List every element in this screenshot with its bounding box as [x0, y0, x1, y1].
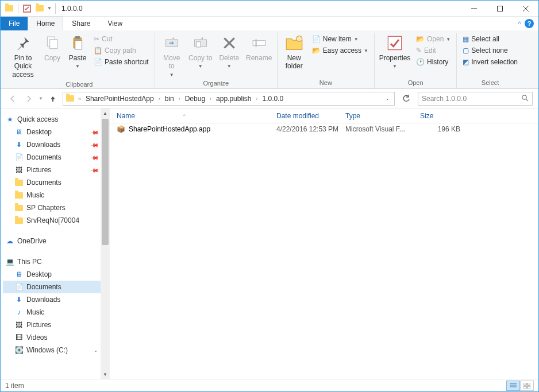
back-button[interactable] — [6, 92, 19, 105]
recent-locations-icon[interactable]: ▼ — [38, 96, 43, 101]
properties-qat-icon[interactable] — [22, 3, 32, 14]
file-type: Microsoft Visual F... — [345, 125, 420, 133]
tab-share[interactable]: Share — [63, 17, 99, 30]
tree-onedrive[interactable]: ☁ OneDrive — [3, 235, 101, 247]
tree-item-downloads[interactable]: ⬇Downloads📌 — [3, 138, 101, 151]
maximize-button[interactable] — [487, 1, 513, 17]
refresh-button[interactable] — [398, 92, 414, 106]
chevron-right-icon[interactable]: › — [178, 96, 182, 102]
chevron-right-icon[interactable]: › — [157, 96, 161, 102]
tree-item-documents[interactable]: 📄Documents📌 — [3, 151, 101, 164]
file-row[interactable]: 📦SharePointHostedApp.app 4/22/2016 12:53… — [110, 123, 538, 135]
tree-item-pc-documents[interactable]: 📄Documents — [3, 281, 101, 293]
tree-item-pc-pictures[interactable]: 🖼Pictures — [3, 319, 101, 331]
app-file-icon: 📦 — [117, 125, 125, 133]
help-icon[interactable]: ? — [525, 19, 534, 28]
tree-this-pc[interactable]: 💻 This PC — [3, 255, 101, 268]
column-type[interactable]: Type — [345, 112, 420, 120]
column-size[interactable]: Size — [420, 112, 466, 120]
tree-item-documents-2[interactable]: Documents — [3, 176, 101, 189]
tree-item-music[interactable]: Music — [3, 189, 101, 201]
new-item-button[interactable]: 📄New item▼ — [310, 34, 371, 44]
properties-button[interactable]: Properties▼ — [378, 33, 411, 71]
crumb-item[interactable]: bin — [163, 95, 176, 103]
tree-item-pictures[interactable]: 🖼Pictures📌 — [3, 164, 101, 176]
scroll-thumb[interactable] — [102, 119, 109, 245]
svg-point-15 — [296, 36, 302, 42]
history-button[interactable]: 🕑History — [414, 57, 453, 67]
tree-item-pc-downloads[interactable]: ⬇Downloads — [3, 293, 101, 306]
address-bar: ▼ « SharePointHostedApp › bin › Debug › … — [1, 89, 538, 108]
new-folder-button[interactable]: New folder — [281, 33, 307, 72]
crumb-item[interactable]: 1.0.0.0 — [260, 95, 286, 103]
tab-view[interactable]: View — [99, 17, 131, 30]
pin-to-quick-access-button[interactable]: Pin to Quick access — [7, 33, 38, 80]
svg-rect-16 — [388, 36, 401, 49]
icons-view-button[interactable] — [520, 381, 534, 391]
qat-dropdown-icon[interactable]: ▼ — [47, 6, 52, 11]
tab-home[interactable]: Home — [28, 17, 63, 30]
tree-item-sp-chapters[interactable]: SP Chapters — [3, 201, 101, 214]
copy-icon — [43, 34, 61, 52]
nav-scrollbar[interactable]: ▲ ▼ — [101, 108, 110, 379]
crumb-item[interactable]: app.publish — [214, 95, 253, 103]
easy-access-button[interactable]: 📂Easy access▼ — [310, 45, 371, 56]
tab-file[interactable]: File — [1, 17, 28, 30]
chevron-right-icon[interactable]: › — [255, 96, 259, 102]
close-button[interactable] — [513, 1, 538, 17]
copy-button[interactable]: Copy — [41, 33, 64, 63]
tree-item-desktop[interactable]: 🖥Desktop📌 — [3, 126, 101, 138]
tree-quick-access[interactable]: ★ Quick access — [3, 113, 101, 126]
file-date: 4/22/2016 12:53 PM — [276, 125, 345, 133]
ribbon-collapse-icon[interactable]: ^ — [518, 20, 521, 28]
file-size: 196 KB — [420, 125, 466, 133]
scroll-down-icon[interactable]: ▼ — [101, 370, 110, 379]
videos-icon: 🎞 — [14, 333, 24, 342]
open-icon: 📂 — [416, 35, 425, 43]
edit-button[interactable]: ✎Edit — [414, 45, 453, 56]
invert-selection-button[interactable]: ◩Invert selection — [460, 57, 520, 67]
crumb-prefix: « — [77, 96, 82, 102]
copy-to-button[interactable]: Copy to▼ — [187, 33, 214, 71]
column-date[interactable]: Date modified — [276, 112, 345, 120]
chevron-right-icon[interactable]: › — [209, 96, 213, 102]
ribbon: Pin to Quick access Copy Paste ▼ ✂Cut 📋C… — [1, 30, 538, 89]
chevron-down-icon: ▼ — [354, 37, 359, 42]
search-input[interactable]: Search 1.0.0.0 — [418, 92, 533, 106]
group-label-select: Select — [460, 78, 520, 87]
cut-button[interactable]: ✂Cut — [91, 34, 151, 44]
pin-icon: 📌 — [90, 153, 99, 162]
select-none-button[interactable]: ▢Select none — [460, 45, 520, 56]
paste-button[interactable]: Paste ▼ — [66, 33, 89, 71]
copy-path-button[interactable]: 📋Copy path — [91, 45, 151, 56]
main-area: ★ Quick access 🖥Desktop📌 ⬇Downloads📌 📄Do… — [1, 108, 538, 379]
minimize-button[interactable] — [461, 1, 487, 17]
expand-icon[interactable]: ⌄ — [94, 347, 98, 353]
crumb-item[interactable]: SharePointHostedApp — [83, 95, 156, 103]
breadcrumb[interactable]: « SharePointHostedApp › bin › Debug › ap… — [63, 92, 395, 106]
details-view-button[interactable] — [506, 381, 520, 391]
tree-item-srvreqno[interactable]: SrvReqNo[70004 — [3, 214, 101, 227]
move-to-button[interactable]: Move to▼ — [159, 33, 185, 79]
folder-qat-icon[interactable] — [34, 3, 45, 14]
desktop-icon: 🖥 — [14, 127, 24, 137]
column-name[interactable]: Name^ — [117, 112, 276, 120]
tree-item-pc-windows-c[interactable]: 💽Windows (C:)⌄ — [3, 344, 101, 356]
scroll-up-icon[interactable]: ▲ — [101, 108, 110, 118]
paste-icon — [68, 34, 87, 52]
paste-shortcut-button[interactable]: 📄Paste shortcut — [91, 57, 151, 67]
item-count: 1 item — [5, 382, 24, 390]
rename-button[interactable]: Rename — [245, 33, 274, 63]
open-button[interactable]: 📂Open▼ — [414, 34, 453, 44]
forward-button[interactable] — [22, 92, 35, 105]
breadcrumb-dropdown-icon[interactable]: ⌄ — [386, 96, 392, 101]
select-all-button[interactable]: ▦Select all — [460, 34, 520, 44]
tree-item-pc-desktop[interactable]: 🖥Desktop — [3, 268, 101, 281]
tree-item-pc-music[interactable]: ♪Music — [3, 306, 101, 319]
crumb-item[interactable]: Debug — [183, 95, 207, 103]
ribbon-tabs: File Home Share View ^ ? — [1, 17, 538, 30]
up-button[interactable] — [47, 92, 59, 105]
folder-icon — [66, 94, 75, 103]
delete-button[interactable]: Delete▼ — [216, 33, 242, 71]
tree-item-pc-videos[interactable]: 🎞Videos — [3, 331, 101, 344]
